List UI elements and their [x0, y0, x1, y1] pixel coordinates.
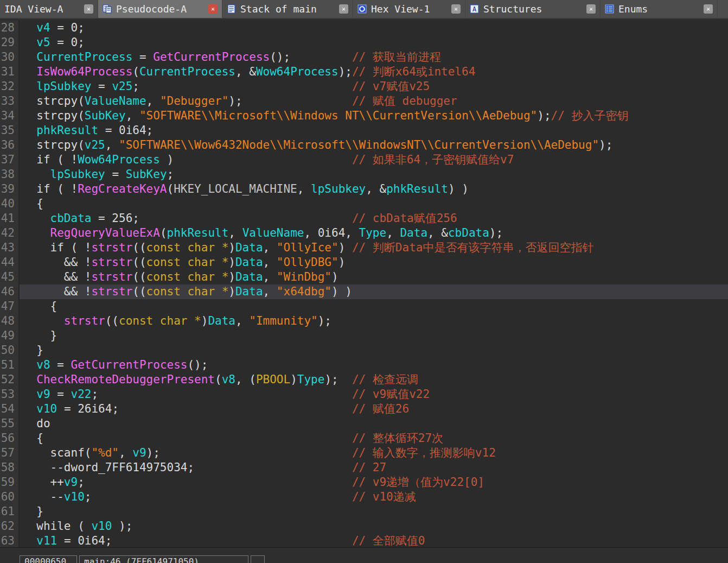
code-line[interactable]: 53 v9 = v22; // v9赋值v22: [0, 387, 728, 402]
tab-pseudocode-a[interactable]: Pseudocode-A✕: [98, 0, 222, 18]
code-line[interactable]: 60 --v10; // v10递减: [0, 490, 728, 504]
pseudocode-icon: [103, 4, 112, 14]
line-number: 43: [0, 241, 20, 255]
code-line[interactable]: 62 while ( v10 );: [0, 519, 728, 534]
close-icon[interactable]: ✕: [208, 4, 218, 14]
line-number: 49: [0, 328, 20, 343]
code-text: if ( !strstr((const char *)Data, "OllyIc…: [20, 241, 728, 255]
code-text: v9 = v22; // v9赋值v22: [20, 387, 728, 402]
tab-enums[interactable]: Enums✕: [601, 0, 718, 18]
close-icon[interactable]: ✕: [339, 4, 348, 14]
code-line[interactable]: 45 && !strstr((const char *)Data, "WinDb…: [0, 270, 728, 284]
code-text: cbData = 256; // cbData赋值256: [20, 211, 728, 226]
code-line[interactable]: 32 lpSubkey = v25; // v7赋值v25: [0, 79, 728, 94]
code-line[interactable]: 38 lpSubkey = SubKey;: [0, 167, 728, 182]
line-number: 57: [0, 446, 20, 460]
line-number: 62: [0, 519, 20, 534]
tab-label: Stack of main: [240, 3, 317, 15]
code-text: { // 整体循环27次: [20, 431, 728, 446]
code-line[interactable]: 35 phkResult = 0i64;: [0, 123, 728, 138]
code-text: v11 = 0i64; // 全部赋值0: [20, 534, 728, 547]
code-line[interactable]: 59 ++v9; // v9递增（值为v22[0]: [0, 475, 728, 490]
code-line[interactable]: 46 && !strstr((const char *)Data, "x64db…: [0, 284, 728, 299]
code-line[interactable]: 58 --dword_7FF614975034; // 27: [0, 460, 728, 475]
code-text: }: [20, 328, 728, 343]
code-line[interactable]: 31 IsWow64Process(CurrentProcess, &Wow64…: [0, 65, 728, 79]
code-line[interactable]: 28 v4 = 0;: [0, 21, 728, 35]
code-line[interactable]: 54 v10 = 26i64; // 赋值26: [0, 402, 728, 416]
code-text: if ( !RegCreateKeyA(HKEY_LOCAL_MACHINE, …: [20, 182, 728, 197]
status-extra: [251, 555, 265, 563]
tab-label: IDA View-A: [4, 3, 63, 15]
pseudocode-editor[interactable]: 28 v4 = 0;29 v5 = 0;30 CurrentProcess = …: [0, 19, 728, 547]
line-number: 52: [0, 372, 20, 387]
status-address: 00000650: [20, 555, 77, 563]
line-number: 42: [0, 226, 20, 241]
code-text: v4 = 0;: [20, 21, 728, 35]
line-number: 53: [0, 387, 20, 402]
line-number: 56: [0, 431, 20, 446]
code-line[interactable]: 49 }: [0, 328, 728, 343]
code-line[interactable]: 57 scanf("%d", v9); // 输入数字，推测影响v12: [0, 446, 728, 460]
code-text: {: [20, 299, 728, 314]
line-number: 41: [0, 211, 20, 226]
code-line[interactable]: 41 cbData = 256; // cbData赋值256: [0, 211, 728, 226]
close-icon[interactable]: ✕: [586, 4, 596, 14]
code-line[interactable]: 39 if ( !RegCreateKeyA(HKEY_LOCAL_MACHIN…: [0, 182, 728, 197]
code-text: strstr((const char *)Data, "Immunity");: [20, 314, 728, 328]
code-line[interactable]: 40 {: [0, 197, 728, 211]
code-line[interactable]: 36 strcpy(v25, "SOFTWARE\\Wow6432Node\\M…: [0, 138, 728, 153]
tab-label: Enums: [618, 3, 648, 15]
line-number: 33: [0, 94, 20, 109]
line-number: 48: [0, 314, 20, 328]
code-line[interactable]: 44 && !strstr((const char *)Data, "OllyD…: [0, 255, 728, 270]
status-bar: 00000650 main:46 (7FF614971050): [0, 547, 728, 563]
enums-icon: [605, 4, 614, 14]
line-number: 54: [0, 402, 20, 416]
code-line[interactable]: 51 v8 = GetCurrentProcess();: [0, 358, 728, 372]
line-number: 31: [0, 65, 20, 79]
stack-icon: [227, 4, 236, 14]
code-line[interactable]: 47 {: [0, 299, 728, 314]
code-text: while ( v10 );: [20, 519, 728, 534]
code-text: scanf("%d", v9); // 输入数字，推测影响v12: [20, 446, 728, 460]
code-line[interactable]: 61 }: [0, 504, 728, 519]
tab-stack-of-main[interactable]: Stack of main✕: [222, 0, 353, 18]
line-number: 44: [0, 255, 20, 270]
line-number: 47: [0, 299, 20, 314]
line-number: 61: [0, 504, 20, 519]
code-line[interactable]: 42 RegQueryValueExA(phkResult, ValueName…: [0, 226, 728, 241]
code-line[interactable]: 43 if ( !strstr((const char *)Data, "Oll…: [0, 241, 728, 255]
code-text: strcpy(ValueName, "Debugger"); // 赋值 deb…: [20, 94, 728, 109]
close-icon[interactable]: ✕: [451, 4, 461, 14]
code-line[interactable]: 50 }: [0, 343, 728, 358]
code-text: --v10; // v10递减: [20, 490, 728, 504]
code-line[interactable]: 29 v5 = 0;: [0, 35, 728, 50]
code-text: CheckRemoteDebuggerPresent(v8, (PBOOL)Ty…: [20, 372, 728, 387]
close-icon[interactable]: ✕: [704, 4, 713, 14]
tab-ida-view-a[interactable]: IDA View-A✕: [0, 0, 98, 18]
line-number: 35: [0, 123, 20, 138]
tab-label: Structures: [483, 3, 542, 15]
code-line[interactable]: 33 strcpy(ValueName, "Debugger"); // 赋值 …: [0, 94, 728, 109]
code-line[interactable]: 52 CheckRemoteDebuggerPresent(v8, (PBOOL…: [0, 372, 728, 387]
tab-structures[interactable]: AStructures✕: [465, 0, 601, 18]
line-number: 58: [0, 460, 20, 475]
code-text: && !strstr((const char *)Data, "WinDbg"): [20, 270, 728, 284]
line-number: 51: [0, 358, 20, 372]
code-line[interactable]: 63 v11 = 0i64; // 全部赋值0: [0, 534, 728, 547]
code-line[interactable]: 56 { // 整体循环27次: [0, 431, 728, 446]
tab-bar: IDA View-A✕Pseudocode-A✕Stack of main✕He…: [0, 0, 728, 19]
tab-hex-view-1[interactable]: Hex View-1✕: [353, 0, 465, 18]
code-text: IsWow64Process(CurrentProcess, &Wow64Pro…: [20, 65, 728, 79]
code-line[interactable]: 55 do: [0, 416, 728, 431]
line-number: 59: [0, 475, 20, 490]
line-number: 28: [0, 21, 20, 35]
code-text: }: [20, 343, 728, 358]
code-line[interactable]: 30 CurrentProcess = GetCurrentProcess();…: [0, 50, 728, 65]
code-line[interactable]: 37 if ( !Wow64Process ) // 如果非64，子密钥赋值给v…: [0, 153, 728, 167]
line-number: 30: [0, 50, 20, 65]
code-line[interactable]: 34 strcpy(SubKey, "SOFTWARE\\Microsoft\\…: [0, 109, 728, 123]
code-line[interactable]: 48 strstr((const char *)Data, "Immunity"…: [0, 314, 728, 328]
close-icon[interactable]: ✕: [84, 4, 93, 14]
